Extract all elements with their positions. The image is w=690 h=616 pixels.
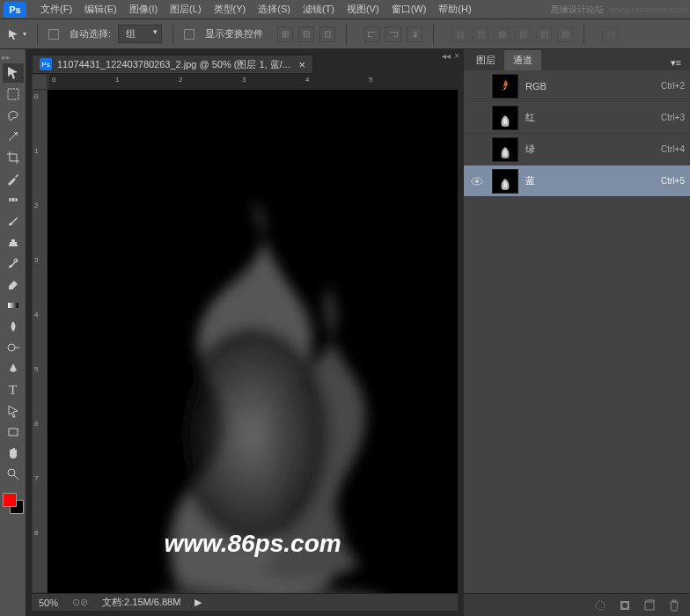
distribute-icon: ▧ <box>515 26 531 42</box>
history-brush-tool[interactable] <box>3 253 24 273</box>
channel-row[interactable]: 红Ctrl+3 <box>464 102 690 134</box>
clone-stamp-tool[interactable] <box>3 232 24 252</box>
pen-tool[interactable] <box>3 359 24 378</box>
visibility-toggle[interactable] <box>469 173 485 189</box>
type-tool[interactable]: T <box>3 380 24 400</box>
hand-tool[interactable] <box>3 444 24 463</box>
align-icon[interactable]: ⊟ <box>298 26 314 42</box>
menu-item[interactable]: 滤镜(T) <box>297 1 340 18</box>
branding-text: 思缘设计论坛 WWW.MISSYUAN.COM <box>551 4 686 16</box>
document-tab[interactable]: Ps 11074431_122403780263_2.jpg @ 50% (图层… <box>32 55 313 74</box>
panel-footer <box>464 593 690 616</box>
menu-item[interactable]: 编辑(E) <box>79 1 122 18</box>
svg-rect-9 <box>493 75 518 98</box>
delete-channel-icon[interactable] <box>667 598 681 612</box>
dodge-tool[interactable] <box>3 338 24 357</box>
lasso-tool[interactable] <box>3 106 24 125</box>
distribute-icon: ▤ <box>451 26 467 42</box>
panel-menu-icon[interactable]: ▾≡ <box>665 55 686 70</box>
magic-wand-tool[interactable] <box>3 127 24 146</box>
menu-item[interactable]: 类型(Y) <box>209 1 252 18</box>
healing-brush-tool[interactable] <box>3 190 24 209</box>
crop-tool[interactable] <box>3 148 24 167</box>
dock-controls[interactable]: ◂◂× <box>442 51 459 61</box>
canvas[interactable]: www.86ps.com <box>48 90 458 593</box>
visibility-toggle[interactable] <box>469 78 485 94</box>
svg-point-1 <box>16 132 18 134</box>
horizontal-ruler[interactable]: 012345 <box>48 74 49 90</box>
channel-row[interactable]: 绿Ctrl+4 <box>464 134 690 165</box>
rectangle-tool[interactable] <box>3 422 24 442</box>
svg-rect-4 <box>8 303 18 308</box>
channel-shortcut: Ctrl+2 <box>661 81 685 91</box>
document-size: 2.15M/6.88M <box>124 597 180 607</box>
channel-row[interactable]: 蓝Ctrl+5 <box>464 165 690 197</box>
gradient-tool[interactable] <box>3 296 24 315</box>
menu-item[interactable]: 选择(S) <box>253 1 296 18</box>
menu-item[interactable]: 视图(V) <box>341 1 385 18</box>
auto-select-checkbox[interactable] <box>48 29 59 40</box>
align-left-icon[interactable]: ⫍ <box>364 26 380 42</box>
save-selection-icon[interactable] <box>618 598 632 612</box>
menu-item[interactable]: 文件(F) <box>35 1 77 18</box>
menu-bar: Ps 文件(F)编辑(E)图像(I)图层(L)类型(Y)选择(S)滤镜(T)视图… <box>0 0 690 19</box>
panel-tab[interactable]: 通道 <box>504 50 541 70</box>
blur-tool[interactable] <box>3 317 24 336</box>
svg-point-5 <box>8 344 15 351</box>
channel-shortcut: Ctrl+5 <box>661 176 685 186</box>
show-transform-checkbox[interactable] <box>184 29 195 40</box>
panel-tab[interactable]: 图层 <box>467 50 504 70</box>
foreground-color[interactable] <box>3 493 17 507</box>
menu-item[interactable]: 窗口(W) <box>386 1 432 18</box>
auto-align-icon: ▭ <box>602 26 618 42</box>
align-icon[interactable]: ⊡ <box>319 26 335 42</box>
zoom-level[interactable]: 50% <box>39 598 58 608</box>
align-center-icon[interactable]: ⫎ <box>385 26 401 42</box>
zoom-tool[interactable] <box>3 465 24 484</box>
status-flyout-icon[interactable]: ▶ <box>195 597 202 608</box>
color-swatches[interactable] <box>3 493 24 514</box>
canvas-area: ◂◂× Ps 11074431_122403780263_2.jpg @ 50%… <box>26 49 463 616</box>
distribute-icon: ▩ <box>557 26 573 42</box>
svg-point-7 <box>8 469 15 476</box>
auto-select-label: 自动选择: <box>70 27 111 40</box>
vertical-ruler[interactable]: 012345678 <box>32 90 48 593</box>
channel-name: 红 <box>525 111 654 124</box>
svg-rect-2 <box>9 198 18 202</box>
path-selection-tool[interactable] <box>3 401 24 421</box>
auto-select-dropdown[interactable]: 组 <box>118 25 162 43</box>
load-selection-icon[interactable] <box>593 598 607 612</box>
channel-shortcut: Ctrl+3 <box>661 113 685 122</box>
ruler-origin[interactable] <box>32 74 48 90</box>
channel-thumbnail <box>492 137 518 162</box>
eraser-tool[interactable] <box>3 275 24 294</box>
svg-point-15 <box>596 601 605 610</box>
marquee-tool[interactable] <box>3 84 24 104</box>
eye-icon <box>471 177 483 186</box>
ps-file-icon: Ps <box>40 58 52 70</box>
canvas-content <box>48 90 458 593</box>
status-bar: 50% ⊙⊘ 文档:2.15M/6.88M ▶ <box>32 593 458 611</box>
menu-item[interactable]: 帮助(H) <box>433 1 476 18</box>
svg-point-17 <box>622 603 628 608</box>
move-tool[interactable] <box>3 63 24 83</box>
svg-rect-6 <box>9 429 18 436</box>
panel-tab-bar: 图层通道 ▾≡ <box>464 49 690 70</box>
distribute-icon: ▨ <box>536 26 552 42</box>
channel-row[interactable]: RGBCtrl+2 <box>464 70 690 102</box>
visibility-toggle[interactable] <box>469 142 485 158</box>
menu-item[interactable]: 图像(I) <box>124 1 163 18</box>
channel-name: 绿 <box>525 143 654 156</box>
visibility-toggle[interactable] <box>469 110 485 126</box>
align-right-icon[interactable]: ⫌ <box>407 26 422 42</box>
close-tab-icon[interactable]: × <box>298 58 305 71</box>
new-channel-icon[interactable] <box>642 598 657 612</box>
eyedropper-tool[interactable] <box>3 169 24 188</box>
brush-tool[interactable] <box>3 211 24 231</box>
menu-item[interactable]: 图层(L) <box>165 1 206 18</box>
channel-thumbnail <box>492 169 518 194</box>
channel-name: 蓝 <box>525 174 654 187</box>
svg-point-13 <box>475 180 479 183</box>
align-icon[interactable]: ⊞ <box>277 26 293 42</box>
svg-point-8 <box>177 327 328 543</box>
